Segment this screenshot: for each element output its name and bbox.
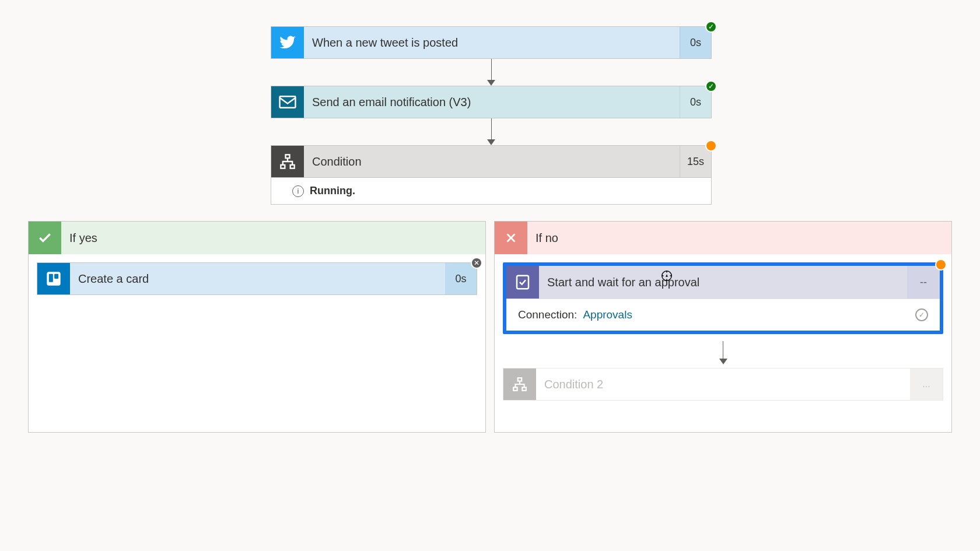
condition2-step[interactable]: Condition 2 ... <box>503 368 943 401</box>
cross-icon <box>495 222 527 254</box>
step-label: Start and wait for an approval <box>539 266 907 299</box>
arrow-down-icon <box>271 118 712 145</box>
condition-step[interactable]: Condition 15s <box>271 145 712 178</box>
connection-ok-icon: ✓ <box>915 308 928 321</box>
trigger-twitter-step[interactable]: When a new tweet is posted 0s ✓ <box>271 26 712 59</box>
step-label: Condition 2 <box>536 368 910 400</box>
branch-title: If yes <box>61 231 97 245</box>
svg-rect-6 <box>54 274 58 279</box>
svg-rect-5 <box>49 274 53 282</box>
approval-icon <box>506 266 539 299</box>
info-icon: i <box>292 185 304 197</box>
svg-rect-2 <box>281 165 285 169</box>
step-duration: 0s <box>680 27 711 58</box>
status-running-icon <box>705 140 717 152</box>
trello-icon <box>37 263 70 294</box>
action-email-step[interactable]: Send an email notification (V3) 0s ✓ <box>271 86 712 118</box>
approval-connection-row: Connection: Approvals ✓ <box>506 299 940 331</box>
svg-rect-1 <box>286 155 290 158</box>
step-label: When a new tweet is posted <box>304 27 680 58</box>
if-no-branch: If no Start and wait for an approval -- … <box>494 221 952 433</box>
svg-rect-0 <box>280 96 296 108</box>
approval-step[interactable]: Start and wait for an approval -- <box>506 266 940 299</box>
if-yes-branch: If yes Create a card 0s ✕ <box>28 221 486 433</box>
step-duration: 15s <box>680 146 711 177</box>
check-icon <box>29 222 61 254</box>
branch-header-yes[interactable]: If yes <box>29 222 485 254</box>
connection-value-link[interactable]: Approvals <box>583 308 632 321</box>
arrow-down-icon <box>503 341 943 364</box>
branch-title: If no <box>527 231 558 245</box>
status-cancel-icon: ✕ <box>471 257 482 269</box>
step-label: Condition <box>304 146 680 177</box>
status-success-icon: ✓ <box>705 21 717 33</box>
step-duration: 0s <box>445 263 477 294</box>
svg-rect-9 <box>513 387 517 390</box>
branch-body: Create a card 0s ✕ <box>29 254 485 303</box>
approval-highlight-wrap: Start and wait for an approval -- Connec… <box>503 262 943 334</box>
branch-header-no[interactable]: If no <box>495 222 951 254</box>
branch-body: Start and wait for an approval -- Connec… <box>495 254 951 432</box>
step-duration: -- <box>907 266 940 299</box>
condition-icon <box>271 146 304 177</box>
main-flow-column: When a new tweet is posted 0s ✓ Send an … <box>271 26 712 205</box>
condition-branches: If yes Create a card 0s ✕ If no <box>28 221 952 433</box>
step-duration: ... <box>910 368 943 400</box>
twitter-icon <box>271 27 304 58</box>
condition-icon <box>503 368 536 400</box>
svg-rect-3 <box>290 165 295 169</box>
running-text: Running. <box>310 185 355 197</box>
svg-rect-7 <box>517 276 528 289</box>
connection-label: Connection: <box>518 308 577 321</box>
status-running-icon <box>935 259 947 271</box>
step-label: Create a card <box>70 263 445 294</box>
mail-icon <box>271 86 304 118</box>
step-label: Send an email notification (V3) <box>304 86 680 118</box>
arrow-down-icon <box>271 59 712 86</box>
trello-create-card-step[interactable]: Create a card 0s ✕ <box>37 262 477 295</box>
svg-rect-8 <box>518 378 522 381</box>
status-success-icon: ✓ <box>705 80 717 92</box>
condition-status-row: i Running. <box>271 178 712 205</box>
svg-rect-10 <box>522 387 526 390</box>
flow-canvas: When a new tweet is posted 0s ✓ Send an … <box>0 0 980 551</box>
step-duration: 0s <box>680 86 711 118</box>
